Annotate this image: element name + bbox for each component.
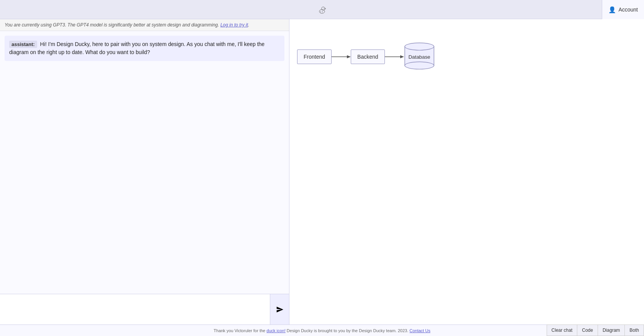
notification-suffix: .	[248, 22, 249, 28]
svg-marker-4	[347, 55, 351, 58]
node-backend-label: Backend	[357, 54, 378, 60]
duck-icon-link[interactable]: duck icon!	[266, 328, 286, 333]
svg-point-9	[404, 43, 434, 50]
footer: Thank you Victoruler for the duck icon! …	[0, 324, 644, 336]
message-assistant: assistant: Hi! I'm Design Ducky, here to…	[5, 36, 284, 61]
svg-point-8	[404, 62, 434, 69]
clear-chat-button[interactable]: Clear chat	[547, 324, 577, 336]
contact-us-link[interactable]: Contact Us	[409, 328, 430, 333]
account-label: Account	[618, 7, 638, 13]
login-link[interactable]: Log in to try it	[220, 22, 248, 28]
footer-text: Thank you Victoruler for the duck icon! …	[214, 328, 430, 333]
database-svg: Database	[404, 41, 435, 72]
footer-text-2: Design Ducky is brought to you by the De…	[286, 328, 408, 333]
main-content: You are currently using GPT3. The GPT4 m…	[0, 19, 644, 324]
arrow-2	[385, 53, 404, 61]
footer-buttons: Clear chat Code Diagram Both	[547, 324, 644, 336]
send-button[interactable]	[270, 294, 289, 324]
node-frontend: Frontend	[297, 49, 332, 64]
diagram-canvas: Frontend Backend	[289, 19, 644, 324]
diagram-nodes: Frontend Backend	[297, 42, 435, 71]
chat-panel: You are currently using GPT3. The GPT4 m…	[0, 19, 289, 324]
arrow-1	[332, 53, 351, 61]
svg-point-2	[324, 8, 324, 8]
notification-bar: You are currently using GPT3. The GPT4 m…	[0, 19, 289, 31]
node-database: Database	[404, 42, 435, 71]
code-button[interactable]: Code	[577, 324, 598, 336]
person-icon: 👤	[608, 6, 616, 13]
message-text: Hi! I'm Design Ducky, here to pair with …	[9, 41, 264, 55]
diagram-panel: Frontend Backend	[289, 19, 644, 324]
footer-text-1: Thank you Victoruler for the	[214, 328, 266, 333]
node-frontend-label: Frontend	[304, 54, 325, 60]
logo	[316, 3, 328, 16]
chat-input-area	[0, 294, 289, 324]
chat-messages: assistant: Hi! I'm Design Ducky, here to…	[0, 31, 289, 294]
svg-marker-6	[400, 55, 404, 58]
account-button[interactable]: 👤 Account	[602, 0, 644, 19]
chat-input[interactable]	[0, 294, 270, 324]
message-role: assistant:	[9, 41, 37, 48]
notification-text: You are currently using GPT3. The GPT4 m…	[5, 22, 219, 28]
duck-icon	[316, 3, 328, 16]
both-button[interactable]: Both	[624, 324, 644, 336]
diagram-button[interactable]: Diagram	[598, 324, 624, 336]
send-icon	[276, 306, 284, 313]
node-backend: Backend	[351, 49, 384, 64]
svg-text:Database: Database	[408, 54, 430, 60]
header: 👤 Account	[0, 0, 644, 19]
